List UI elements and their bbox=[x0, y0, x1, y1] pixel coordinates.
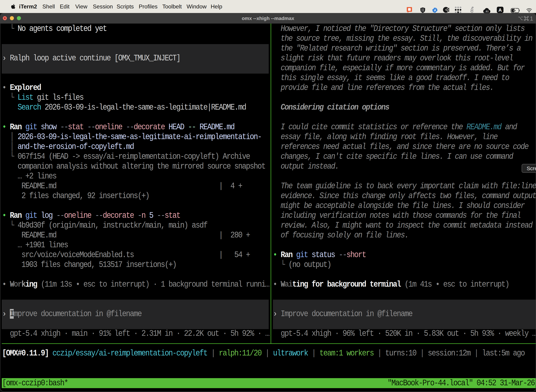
svg-text:..61: ..61 bbox=[484, 10, 489, 13]
svg-text:A: A bbox=[498, 7, 502, 13]
